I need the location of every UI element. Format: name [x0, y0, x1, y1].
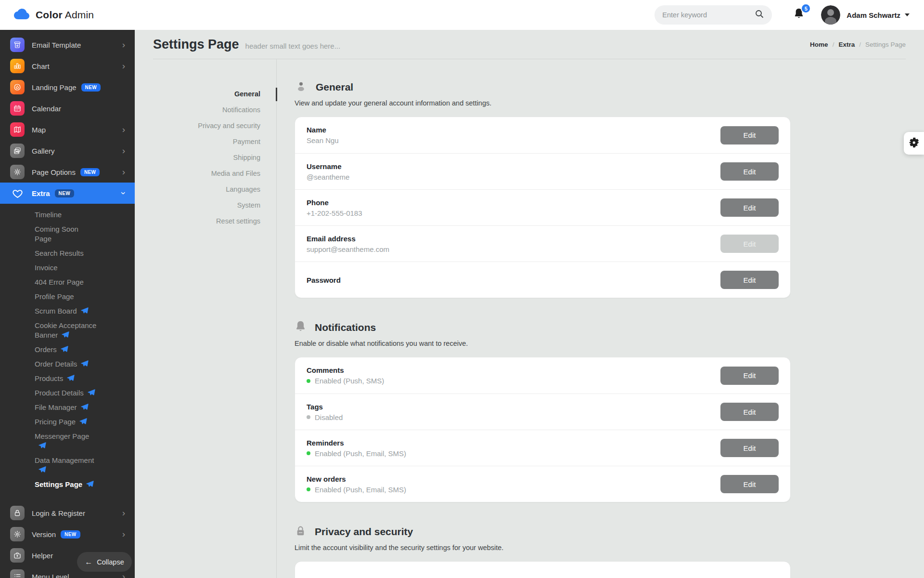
settings-nav-media-and-files[interactable]: Media and Files [153, 166, 276, 182]
sidebar-item-label: Helper [32, 552, 53, 560]
sidebar-subitem[interactable]: 404 Error Page [0, 275, 135, 289]
collapse-sidebar-button[interactable]: ← Collapse [77, 552, 132, 572]
edit-button[interactable]: Edit [720, 271, 779, 289]
search-icon[interactable] [755, 9, 764, 21]
new-badge: NEW [81, 83, 101, 92]
settings-nav-payment[interactable]: Payment [153, 134, 276, 150]
sidebar-subitem[interactable]: Coming Soon Page [0, 222, 135, 246]
brand[interactable]: Color Admin [0, 8, 94, 22]
settings-nav-system[interactable]: System [153, 197, 276, 213]
sidebar-item-extra[interactable]: Extra NEW› [0, 183, 135, 204]
row-label: Phone [307, 198, 362, 207]
sidebar-subitem[interactable]: Messenger Page [0, 429, 135, 453]
map-icon [10, 122, 25, 137]
breadcrumb-link[interactable]: Home [810, 41, 828, 48]
sidebar-subitem[interactable]: Order Details [0, 357, 135, 371]
theme-settings-gear-button[interactable] [904, 132, 924, 155]
edit-button[interactable]: Edit [720, 198, 779, 217]
row-value: support@seantheme.com [307, 245, 389, 253]
login-register-icon [10, 506, 25, 520]
section-description: Limit the account visibility and the sec… [295, 544, 791, 552]
sidebar-item-login-register[interactable]: Login & Register › [0, 502, 135, 524]
chevron-right-icon: › [122, 125, 125, 134]
sidebar-subitem[interactable]: Pricing Page [0, 415, 135, 429]
brand-name: Color Admin [36, 9, 94, 21]
notifications-bell[interactable]: 5 [793, 8, 805, 22]
settings-nav-reset-settings[interactable]: Reset settings [153, 213, 276, 229]
new-badge: NEW [55, 189, 75, 197]
row-label: Name [307, 126, 339, 134]
version-icon [10, 527, 25, 541]
sidebar-item-gallery[interactable]: Gallery › [0, 140, 135, 161]
sidebar-subitem[interactable]: Products [0, 371, 135, 386]
sidebar-subitem[interactable]: File Manager [0, 400, 135, 415]
sidebar-subitem[interactable]: Invoice [0, 261, 135, 275]
settings-nav-notifications[interactable]: Notifications [153, 102, 276, 118]
settings-nav-general[interactable]: General [153, 86, 276, 102]
edit-button[interactable]: Edit [720, 439, 779, 457]
chevron-right-icon: › [122, 529, 125, 539]
sidebar-subitem[interactable]: Product Details [0, 386, 135, 400]
settings-row: New orders Enabled (Push, Email, SMS) Ed… [295, 466, 790, 502]
sidebar-subitem[interactable]: Timeline [0, 208, 135, 222]
search-input[interactable] [662, 11, 755, 19]
sidebar-subitem[interactable]: Search Results [0, 246, 135, 261]
row-label: Username [307, 162, 349, 171]
notification-count-badge: 5 [801, 3, 811, 13]
breadcrumb-link[interactable]: Extra [838, 41, 855, 48]
edit-button[interactable]: Edit [720, 235, 779, 253]
sidebar-item-chart[interactable]: Chart › [0, 55, 135, 77]
bell-icon [793, 13, 805, 22]
settings-row: Phone +1-202-555-0183 Edit [295, 189, 790, 225]
section-privacy: Privacy and security Limit the account v… [295, 525, 791, 578]
settings-sections: General View and update your general acc… [295, 59, 791, 578]
page-title: Settings Page [153, 37, 239, 52]
section-title: Notifications [315, 322, 376, 333]
chevron-right-icon: › [122, 40, 125, 49]
sidebar-item-email-template[interactable]: Email Template › [0, 34, 135, 55]
sidebar-item-page-options[interactable]: Page Options NEW› [0, 161, 135, 183]
user-name[interactable]: Adam Schwartz [847, 11, 900, 19]
new-badge: NEW [61, 530, 80, 539]
sidebar-item-calendar[interactable]: Calendar [0, 98, 135, 119]
settings-nav-shipping[interactable]: Shipping [153, 150, 276, 166]
row-label: New orders [307, 475, 406, 483]
new-badge: NEW [80, 168, 100, 176]
sidebar-subitem[interactable]: Orders [0, 342, 135, 357]
sidebar-item-version[interactable]: Version NEW› [0, 524, 135, 545]
settings-nav-privacy-and-security[interactable]: Privacy and security [153, 118, 276, 134]
sidebar-subitem[interactable]: Cookie Acceptance Banner [0, 318, 135, 342]
edit-button[interactable]: Edit [720, 403, 779, 421]
row-label: Reminders [307, 439, 406, 447]
search-bar[interactable] [654, 5, 772, 25]
sidebar-subitem[interactable]: Settings Page [0, 477, 135, 492]
user-menu-caret-icon[interactable] [905, 13, 910, 16]
row-value: Enabled (Push, Email, SMS) [307, 486, 406, 494]
gear-icon [908, 137, 920, 150]
chevron-right-icon: › [122, 167, 125, 176]
edit-button[interactable]: Edit [720, 475, 779, 493]
section-notifications: Notifications Enable or disable what not… [295, 320, 791, 502]
row-label: Tags [307, 403, 343, 411]
settings-row: Comments Enabled (Push, SMS) Edit [295, 357, 790, 394]
chevron-right-icon: › [122, 572, 125, 578]
row-value: Sean Ngu [307, 136, 339, 144]
section-title: Privacy and security [315, 526, 413, 538]
edit-button[interactable]: Edit [720, 126, 779, 144]
row-value: @seantheme [307, 173, 349, 181]
chevron-right-icon: › [122, 61, 125, 70]
settings-nav-languages[interactable]: Languages [153, 182, 276, 197]
settings-card: Comments Enabled (Push, SMS) Edit Tags D… [295, 357, 791, 502]
section-general: General View and update your general acc… [295, 80, 791, 298]
row-value: Enabled (Push, SMS) [307, 377, 384, 385]
avatar[interactable] [821, 5, 840, 25]
sidebar-item-landing-page[interactable]: Landing Page NEW [0, 77, 135, 98]
row-value: +1-202-555-0183 [307, 209, 362, 217]
edit-button[interactable]: Edit [720, 367, 779, 385]
sidebar-item-map[interactable]: Map › [0, 119, 135, 140]
edit-button[interactable]: Edit [720, 162, 779, 181]
section-description: View and update your general account inf… [295, 99, 791, 107]
sidebar-subitem[interactable]: Scrum Board [0, 304, 135, 318]
sidebar-subitem[interactable]: Data Management [0, 453, 135, 477]
sidebar-subitem[interactable]: Profile Page [0, 289, 135, 304]
